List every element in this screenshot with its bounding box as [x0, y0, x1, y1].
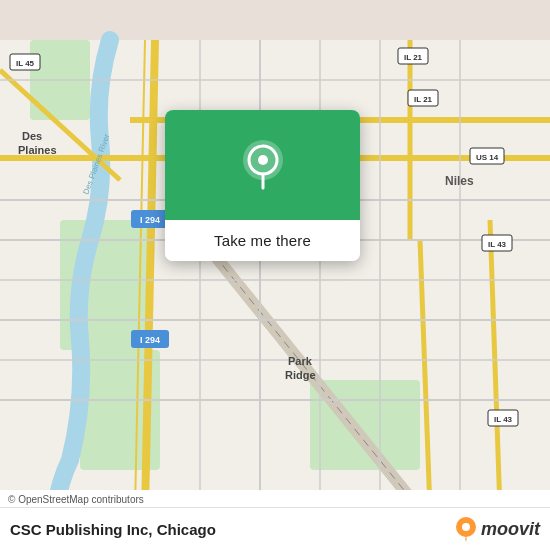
svg-text:IL 21: IL 21	[414, 95, 433, 104]
svg-text:US 14: US 14	[476, 153, 499, 162]
svg-text:IL 43: IL 43	[494, 415, 513, 424]
svg-text:I 294: I 294	[140, 335, 160, 345]
svg-text:IL 45: IL 45	[16, 59, 35, 68]
moovit-text: moovit	[481, 519, 540, 540]
svg-text:Plaines: Plaines	[18, 144, 57, 156]
map-popup: Take me there	[165, 110, 360, 261]
svg-text:IL 21: IL 21	[404, 53, 423, 62]
popup-green-area	[165, 110, 360, 220]
map-attribution: © OpenStreetMap contributors	[0, 490, 550, 508]
moovit-pin-icon	[455, 516, 477, 542]
svg-text:I 294: I 294	[140, 215, 160, 225]
location-pin-icon	[241, 140, 285, 190]
moovit-logo: moovit	[455, 516, 540, 542]
svg-point-45	[258, 155, 268, 165]
bottom-bar: © OpenStreetMap contributors CSC Publish…	[0, 490, 550, 550]
svg-text:Niles: Niles	[445, 174, 474, 188]
take-me-there-button[interactable]: Take me there	[165, 220, 360, 261]
svg-text:Des: Des	[22, 130, 42, 142]
bottom-bar-info: CSC Publishing Inc, Chicago moovit	[0, 508, 550, 550]
svg-text:IL 43: IL 43	[488, 240, 507, 249]
map-container: I 294 I 294 US 14 US 14 US 14 IL 21 IL 2…	[0, 0, 550, 550]
svg-text:Ridge: Ridge	[285, 369, 316, 381]
svg-text:Park: Park	[288, 355, 313, 367]
location-title: CSC Publishing Inc, Chicago	[10, 521, 216, 538]
svg-point-47	[462, 523, 470, 531]
